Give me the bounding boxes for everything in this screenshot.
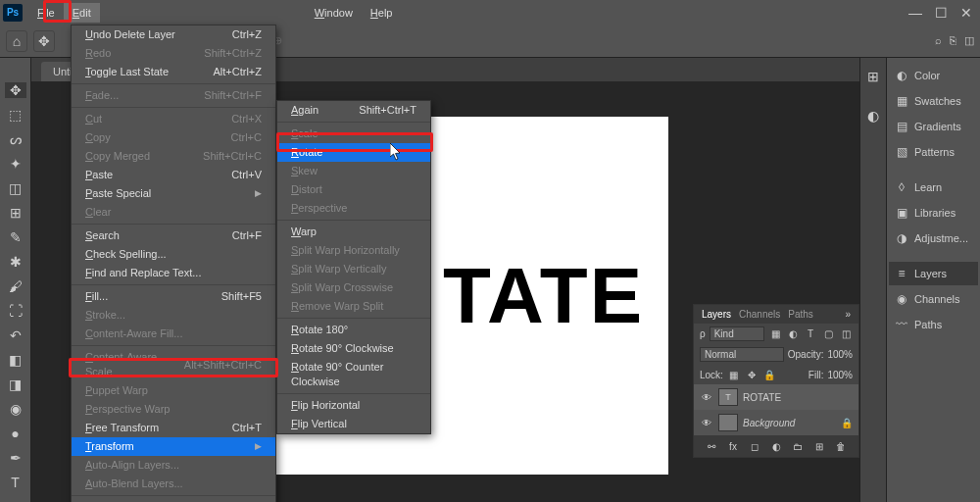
panel-button-adjustme[interactable]: ◑Adjustme... (889, 226, 978, 250)
marquee-tool[interactable]: ⬚ (5, 107, 26, 123)
panel-button-color[interactable]: ◐Color (889, 64, 978, 87)
panel-button-libraries[interactable]: ▣Libraries (889, 201, 978, 225)
brush-tool[interactable]: 🖌 (5, 278, 26, 294)
layer-style-icon[interactable]: fx (726, 439, 740, 453)
opacity-value[interactable]: 100% (827, 349, 853, 360)
menu-item-free-transform[interactable]: Free TransformCtrl+T (72, 419, 275, 437)
menu-item-help[interactable]: Help (362, 3, 402, 23)
menu-item-stroke-[interactable]: Stroke... (72, 306, 275, 325)
filter-pixel-icon[interactable]: ▦ (768, 327, 782, 341)
panel-button-swatches[interactable]: ▦Swatches (889, 89, 978, 113)
menu-item-edit[interactable]: Edit (64, 3, 100, 23)
gradient-tool[interactable]: ◨ (5, 376, 26, 392)
dodge-tool[interactable]: ● (5, 426, 26, 441)
submenu-item-warp[interactable]: Warp (277, 223, 430, 241)
layer-row[interactable]: 👁Background🔒 (694, 410, 858, 435)
menu-item-auto-blend-layers-[interactable]: Auto-Blend Layers... (72, 475, 275, 493)
visibility-icon[interactable]: 👁 (700, 416, 713, 429)
panel-button-patterns[interactable]: ▧Patterns (889, 140, 978, 164)
filter-type-icon[interactable]: T (804, 327, 817, 341)
menu-item-content-aware-scale[interactable]: Content-Aware ScaleAlt+Shift+Ctrl+C (72, 348, 275, 381)
collapsed-panel-icon[interactable]: ⊞ (862, 66, 884, 87)
menu-item-clear[interactable]: Clear (72, 203, 275, 222)
healing-tool[interactable]: ✱ (5, 254, 26, 270)
menu-item-puppet-warp[interactable]: Puppet Warp (72, 381, 275, 400)
menu-item-perspective-warp[interactable]: Perspective Warp (72, 400, 275, 419)
share-icon[interactable]: ⎘ (950, 34, 956, 47)
lasso-tool[interactable]: ᔕ (5, 131, 26, 147)
search-icon[interactable]: ⌕ (935, 34, 942, 47)
group-icon[interactable]: 🗀 (791, 439, 805, 453)
move-tool[interactable]: ✥ (5, 82, 26, 98)
submenu-item-flip-horizontal[interactable]: Flip Horizontal (277, 396, 430, 415)
wand-tool[interactable]: ✦ (5, 156, 26, 172)
submenu-item-split-warp-horizontally[interactable]: Split Warp Horizontally (277, 241, 430, 260)
filter-shape-icon[interactable]: ▢ (821, 327, 835, 341)
lock-pixels-icon[interactable]: ▦ (727, 368, 741, 381)
menu-item-redo[interactable]: RedoShift+Ctrl+Z (72, 44, 275, 63)
tab-paths[interactable]: Paths (788, 309, 813, 320)
submenu-item-rotate-90-counter-clockwise[interactable]: Rotate 90° Counter Clockwise (277, 358, 430, 391)
pen-tool[interactable]: ✒ (5, 450, 26, 466)
stamp-tool[interactable]: ⛶ (5, 303, 26, 319)
new-layer-icon[interactable]: ⊞ (812, 439, 826, 453)
menu-item-transform[interactable]: Transform▶ (72, 437, 275, 456)
submenu-item-flip-vertical[interactable]: Flip Vertical (277, 415, 430, 433)
maximize-button[interactable]: ☐ (935, 7, 947, 19)
menu-item-search[interactable]: SearchCtrl+F (72, 226, 275, 245)
visibility-icon[interactable]: 👁 (700, 390, 713, 404)
submenu-item-perspective[interactable]: Perspective (277, 199, 430, 218)
menu-item-copy-merged[interactable]: Copy MergedShift+Ctrl+C (72, 147, 275, 166)
layer-mask-icon[interactable]: ◻ (748, 439, 761, 453)
panel-button-gradients[interactable]: ▤Gradients (889, 115, 978, 138)
submenu-item-scale[interactable]: Scale (277, 125, 430, 143)
menu-item-fade-[interactable]: Fade...Shift+Ctrl+F (72, 86, 275, 105)
submenu-item-again[interactable]: AgainShift+Ctrl+T (277, 101, 430, 120)
lock-position-icon[interactable]: ✥ (745, 368, 759, 381)
crop-tool[interactable]: ◫ (5, 180, 26, 196)
filter-adjust-icon[interactable]: ◐ (786, 327, 800, 341)
submenu-item-skew[interactable]: Skew (277, 162, 430, 180)
filter-smart-icon[interactable]: ◫ (839, 327, 853, 341)
submenu-item-distort[interactable]: Distort (277, 180, 430, 199)
home-icon[interactable]: ⌂ (6, 30, 27, 52)
tab-channels[interactable]: Channels (739, 309, 780, 320)
filter-kind-select[interactable]: Kind (710, 326, 764, 341)
menu-item-cut[interactable]: CutCtrl+X (72, 110, 275, 128)
menu-item-find-and-replace-text-[interactable]: Find and Replace Text... (72, 264, 275, 282)
collapsed-panel-icon[interactable]: ◐ (862, 105, 884, 126)
menu-item-check-spelling-[interactable]: Check Spelling... (72, 245, 275, 264)
lock-all-icon[interactable]: 🔒 (762, 368, 776, 381)
tab-layers[interactable]: Layers (702, 309, 731, 320)
blur-tool[interactable]: ◉ (5, 401, 26, 417)
submenu-item-split-warp-crosswise[interactable]: Split Warp Crosswise (277, 278, 430, 297)
menu-item-toggle-last-state[interactable]: Toggle Last StateAlt+Ctrl+Z (72, 63, 275, 81)
minimize-button[interactable]: — (909, 7, 921, 19)
close-window-button[interactable]: ✕ (960, 7, 972, 19)
history-brush-tool[interactable]: ↶ (5, 327, 26, 343)
eraser-tool[interactable]: ◧ (5, 352, 26, 368)
menu-item-define-brush-preset-[interactable]: Define Brush Preset... (72, 498, 275, 502)
submenu-item-split-warp-vertically[interactable]: Split Warp Vertically (277, 260, 430, 278)
submenu-item-rotate-90-clockwise[interactable]: Rotate 90° Clockwise (277, 339, 430, 358)
menu-item-paste-special[interactable]: Paste Special▶ (72, 184, 275, 203)
adjustment-layer-icon[interactable]: ◐ (769, 439, 783, 453)
delete-layer-icon[interactable]: 🗑 (834, 439, 848, 453)
link-layers-icon[interactable]: ⚯ (705, 439, 718, 453)
panel-button-layers[interactable]: ≡Layers (889, 262, 978, 285)
fill-value[interactable]: 100% (827, 370, 853, 380)
menu-item-paste[interactable]: PasteCtrl+V (72, 166, 275, 184)
submenu-item-remove-warp-split[interactable]: Remove Warp Split (277, 297, 430, 316)
menu-item-window[interactable]: Window (306, 3, 362, 23)
frame-tool[interactable]: ⊞ (5, 205, 26, 221)
menu-item-content-aware-fill-[interactable]: Content-Aware Fill... (72, 325, 275, 343)
eyedropper-tool[interactable]: ✎ (5, 229, 26, 245)
type-tool[interactable]: T (5, 475, 26, 490)
panel-menu-icon[interactable]: » (845, 309, 851, 320)
menu-item-copy[interactable]: CopyCtrl+C (72, 128, 275, 147)
menu-item-file[interactable]: File (28, 3, 64, 23)
submenu-item-rotate[interactable]: Rotate (277, 143, 430, 162)
menu-item-undo-delete-layer[interactable]: Undo Delete LayerCtrl+Z (72, 25, 275, 44)
panel-button-learn[interactable]: ◊Learn (889, 176, 978, 199)
panel-button-paths[interactable]: 〰Paths (889, 313, 978, 336)
